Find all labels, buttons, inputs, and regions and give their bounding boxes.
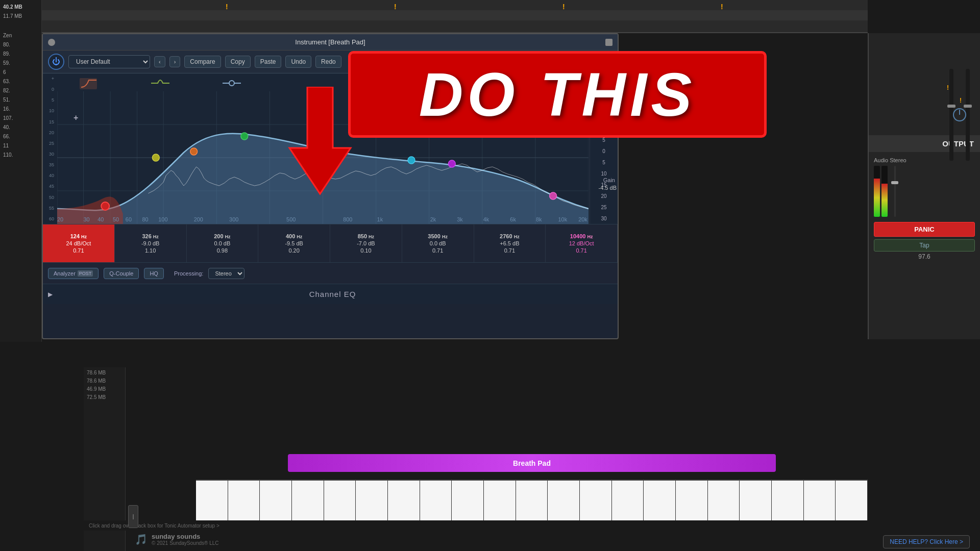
db-label-15: 15 <box>43 119 54 124</box>
window-minimize-button[interactable] <box>605 39 612 46</box>
svg-point-21 <box>190 148 198 155</box>
timeline-exclamation-3: ! <box>562 3 565 11</box>
mem-16: 110. <box>0 151 41 160</box>
right-exclamation-1: ! <box>947 84 949 91</box>
mem-1: 40.2 MB <box>0 3 41 12</box>
mem-2: 11.7 MB <box>0 12 41 21</box>
timeline-exclamation-2: ! <box>394 3 397 11</box>
brand-name: sunday sounds <box>152 533 219 540</box>
svg-text:200: 200 <box>194 216 203 222</box>
svg-point-26 <box>408 157 415 164</box>
output-controls: Audio Stereo PANIC Tap 97.6 <box>869 152 980 265</box>
mem-4: 80. <box>0 40 41 49</box>
brand-copyright: © 2021 SundaySounds® LLC <box>152 540 219 546</box>
paste-button[interactable]: Paste <box>255 56 282 68</box>
mem-13: 40. <box>0 123 41 132</box>
main-area: ! ! ! ! Instrument [Breath Pad] ⏻ User D… <box>42 0 980 551</box>
eq-band-4[interactable]: 400 Hz -9.5 dB 0.20 <box>258 224 330 262</box>
right-exclamation-2: ! <box>960 97 962 104</box>
eq-band-5[interactable]: 850 Hz -7.0 dB 0.10 <box>330 224 402 262</box>
processing-select[interactable]: Stereo <box>208 268 244 279</box>
eq-band-7[interactable]: 2760 Hz +6.5 dB 0.71 <box>474 224 546 262</box>
need-help-area[interactable]: NEED HELP? Click Here > <box>883 535 970 548</box>
preset-dropdown[interactable]: User Default <box>68 55 150 68</box>
gain-r-25n: 25 <box>601 205 606 210</box>
gain-r-0: 0 <box>602 148 605 154</box>
band-1-freq: 124 Hz <box>70 233 87 239</box>
band-8-q: 0.71 <box>576 247 586 254</box>
svg-rect-48 <box>949 69 953 161</box>
window-close-button[interactable] <box>48 39 55 46</box>
svg-text:40: 40 <box>97 216 104 222</box>
eq-channel-title: Channel EQ <box>53 290 612 298</box>
db-label-50: 50 <box>43 195 54 200</box>
db-label-40: 40 <box>43 173 54 178</box>
db-label-0: 0 <box>43 87 54 92</box>
play-button[interactable]: ▶ <box>48 291 53 298</box>
piano-controls: | <box>126 503 177 531</box>
panic-button[interactable]: PANIC <box>874 222 975 237</box>
svg-text:8k: 8k <box>536 216 542 222</box>
fader-handle[interactable] <box>891 181 898 184</box>
eq-band-6[interactable]: 3500 Hz 0.0 dB 0.71 <box>402 224 474 262</box>
eq-band-3[interactable]: 200 Hz 0.0 dB 0.98 <box>187 224 259 262</box>
svg-point-22 <box>152 154 159 161</box>
eq-band-2[interactable]: 326 Hz -9.0 dB 1.10 <box>115 224 187 262</box>
filter-icons-row <box>79 76 242 90</box>
svg-point-27 <box>550 192 557 199</box>
svg-point-24 <box>317 146 324 154</box>
hq-button[interactable]: HQ <box>144 268 164 279</box>
redo-button[interactable]: Redo <box>315 56 341 68</box>
mem-11: 16. <box>0 105 41 114</box>
svg-text:800: 800 <box>343 216 352 222</box>
gain-r-5: 5 <box>602 137 605 143</box>
back-button[interactable]: ‹ <box>154 56 165 67</box>
processing-label: Processing: <box>174 270 203 277</box>
timeline-exclamation-1: ! <box>226 3 228 11</box>
q-couple-button[interactable]: Q-Couple <box>104 268 139 279</box>
band-4-q: 0.20 <box>288 247 299 254</box>
eq-y-labels: + 0 5 10 15 20 25 30 35 40 45 50 55 60 <box>43 73 56 224</box>
svg-text:60: 60 <box>126 216 132 222</box>
band-5-q: 0.10 <box>360 247 371 254</box>
svg-text:6k: 6k <box>510 216 516 222</box>
copy-button[interactable]: Copy <box>225 56 251 68</box>
piano-left-control[interactable]: | <box>128 505 138 528</box>
analyzer-button[interactable]: Analyzer POST <box>48 268 99 279</box>
breath-pad-bar[interactable]: Breath Pad <box>288 454 776 472</box>
eq-band-8[interactable]: 10400 Hz 12 dB/Oct 0.71 <box>546 224 618 262</box>
band-6-gain: 0.0 dB <box>430 240 446 246</box>
svg-text:1k: 1k <box>377 216 383 222</box>
band-2-gain: -9.0 dB <box>141 240 159 246</box>
need-help-label: NEED HELP? <box>890 538 928 545</box>
mem-6: 59. <box>0 59 41 68</box>
tap-button[interactable]: Tap <box>874 239 975 252</box>
compare-button[interactable]: Compare <box>184 56 220 68</box>
svg-text:20: 20 <box>57 216 63 222</box>
mem-9: 82. <box>0 86 41 95</box>
band-8-gain: 12 dB/Oct <box>569 240 594 246</box>
timeline-bar <box>42 10 868 20</box>
band-6-q: 0.71 <box>432 247 443 254</box>
branding-area: 🎵 sunday sounds © 2021 SundaySounds® LLC <box>135 533 219 546</box>
gain-value: -4.5 dB <box>599 185 617 191</box>
eq-bottom-controls: Analyzer POST Q-Couple HQ Processing: St… <box>43 262 618 284</box>
gain-r-20n: 20 <box>601 193 606 199</box>
eq-bands-display: 124 Hz 24 dB/Oct 0.71 326 Hz -9.0 dB 1.1… <box>43 224 618 262</box>
db-label-20: 20 <box>43 130 54 135</box>
band-3-freq: 200 Hz <box>214 233 230 239</box>
undo-button[interactable]: Undo <box>285 56 311 68</box>
gain-r-5n: 5 <box>602 160 605 165</box>
band-7-freq: 2760 Hz <box>500 233 520 239</box>
eq-band-1[interactable]: 124 Hz 24 dB/Oct 0.71 <box>43 224 115 262</box>
node-filter-icon <box>222 76 242 90</box>
gain-label: Gain <box>603 177 615 183</box>
forward-button[interactable]: › <box>169 56 181 67</box>
power-button[interactable]: ⏻ <box>48 54 64 70</box>
svg-text:2k: 2k <box>430 216 436 222</box>
svg-text:100: 100 <box>158 216 167 222</box>
db-label-60: 60 <box>43 216 54 221</box>
breath-pad-label: Breath Pad <box>513 459 551 467</box>
click-here-link[interactable]: Click Here > <box>929 538 963 545</box>
band-5-freq: 850 Hz <box>358 233 374 239</box>
